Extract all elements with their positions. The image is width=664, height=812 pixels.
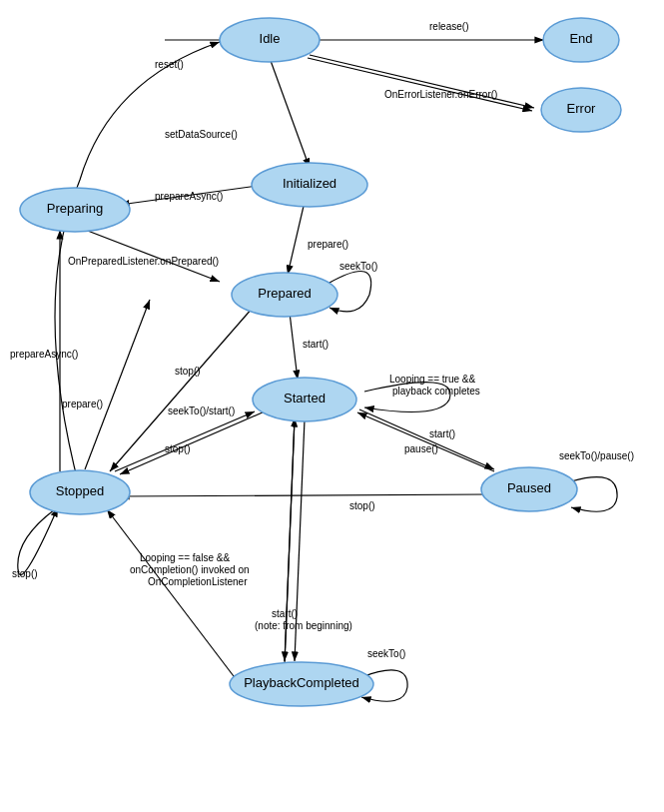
label-prepareasync1: prepareAsync() [155, 191, 223, 202]
transition-stop-started [120, 411, 265, 474]
label-start-paused: start() [429, 428, 455, 439]
state-error-label: Error [567, 101, 597, 116]
state-prepared-label: Prepared [258, 286, 311, 301]
transition-onerror [310, 55, 534, 108]
state-paused-label: Paused [507, 480, 551, 495]
transition-seekto-paused [571, 477, 617, 512]
label-stop-prepared: stop() [175, 366, 201, 377]
label-onerror: OnErrorListener.onError() [384, 89, 497, 100]
state-stopped-label: Stopped [56, 483, 104, 498]
label-loopingfalse3: OnCompletionListener [148, 576, 248, 587]
label-looping2: playback completes [392, 386, 480, 397]
state-started-label: Started [284, 391, 326, 406]
label-seekto-prepared: seekTo() [339, 261, 377, 272]
state-idle-label: Idle [260, 31, 281, 46]
state-initialized-label: Initialized [283, 176, 336, 191]
transition-setdatasource [270, 58, 310, 168]
label-onprepared: OnPreparedListener.onPrepared() [68, 256, 219, 267]
state-playbackcompleted-label: PlaybackCompleted [244, 675, 359, 690]
state-end-label: End [569, 31, 592, 46]
label-prepare1: prepare() [308, 239, 348, 250]
transition-start-paused [357, 412, 494, 471]
label-seekto-paused: seekTo()/pause() [559, 450, 634, 461]
state-preparing-label: Preparing [47, 201, 103, 216]
label-loopingfalse2: onCompletion() invoked on [130, 564, 250, 575]
label-reset: reset() [155, 59, 184, 70]
transition-onerror2 [308, 58, 532, 111]
label-prepare-stopped: prepare() [62, 399, 103, 409]
transition-stop-stopped [18, 507, 58, 575]
transition-prepare-stopped [85, 300, 150, 469]
label-start-playback2: (note: from beginning) [255, 620, 352, 631]
label-stop-paused: stop() [349, 500, 375, 511]
label-setdatasource: setDataSource() [165, 129, 238, 140]
transition-onprepared [80, 228, 220, 282]
label-seekto-playback: seekTo() [367, 648, 405, 659]
transition-pause [359, 409, 494, 469]
label-release: release() [429, 21, 468, 32]
label-loopingfalse1: Looping == false && [140, 552, 230, 563]
label-start1: start() [303, 339, 329, 350]
transition-prepare1 [288, 202, 305, 275]
label-start-playback: start() [272, 608, 298, 619]
state-diagram: release() OnErrorListener.onError() rese… [0, 0, 664, 812]
transition-stop-playback [107, 509, 240, 684]
transition-stop-paused [120, 494, 489, 496]
label-stop-stopped: stop() [12, 568, 38, 579]
transition-start1 [290, 313, 298, 380]
label-looping1: Looping == true && [389, 374, 476, 385]
label-prepareasync2: prepareAsync() [10, 349, 78, 360]
label-seektostart: seekTo()/start() [168, 406, 235, 416]
